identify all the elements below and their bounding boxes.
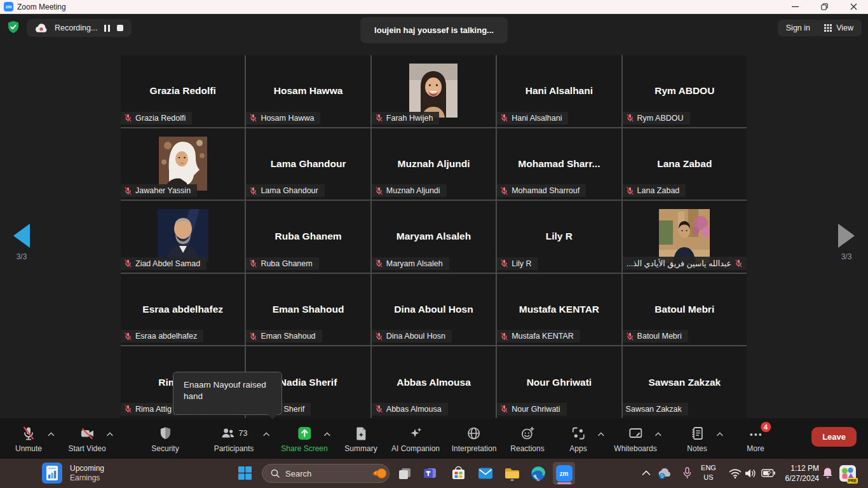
participants-count: 73 (239, 429, 248, 438)
start-video-button[interactable]: Start Video (68, 426, 105, 453)
active-speaker-banner: loujein haj youssef is talking... (360, 17, 508, 43)
participant-tile[interactable]: Hosam Hawwa Hosam Hawwa (246, 55, 370, 127)
participant-tile[interactable]: Lana Zabad Lana Zabad (623, 128, 747, 200)
chevron-up-icon[interactable] (263, 432, 270, 437)
microsoft-store-icon[interactable] (450, 464, 467, 482)
onedrive-sync-icon[interactable] (656, 464, 674, 482)
notes-button[interactable]: Notes (687, 426, 707, 453)
chevron-up-icon[interactable] (597, 432, 604, 437)
close-button[interactable] (839, 0, 868, 13)
chevron-up-icon[interactable] (106, 432, 113, 437)
participant-name-label: Lily R (497, 257, 538, 270)
widget-line1: Upcoming (70, 464, 104, 473)
zoom-app-taskbar-button[interactable]: zm (553, 462, 575, 485)
participant-tile[interactable]: Ziad Abdel Samad (121, 201, 245, 273)
weather-widget[interactable]: Upcoming Earnings (42, 463, 104, 484)
participant-label-text: Mustafa KENTAR (512, 332, 574, 341)
participant-tile[interactable]: Grazia Redolfi Grazia Redolfi (121, 55, 245, 127)
participant-tile[interactable]: عبدالله ياسين فريق الأيادي الذ... (623, 201, 747, 273)
unmute-button[interactable]: Unmute (15, 426, 42, 453)
chevron-up-icon[interactable] (48, 432, 55, 437)
next-page-arrow-icon[interactable] (838, 224, 855, 248)
participants-button[interactable]: 73 Participants (214, 426, 254, 453)
ai-companion-button[interactable]: AI Companion (391, 426, 440, 453)
news-widget-icon (42, 463, 62, 484)
language-switcher[interactable]: ENG US (697, 463, 720, 482)
participant-tile[interactable]: Rym ABDOU Rym ABDOU (623, 55, 747, 127)
participant-tile[interactable]: Mohamad Sharr... Mohamad Sharrouf (497, 128, 621, 200)
toolbar-icon-row (21, 426, 36, 441)
participant-tile[interactable]: Dina Aboul Hosn Dina Aboul Hosn (372, 274, 496, 346)
stop-recording-button[interactable] (117, 25, 123, 31)
start-button[interactable] (238, 466, 252, 482)
participant-tile[interactable]: Lama Ghandour Lama Ghandour (246, 128, 370, 200)
clock[interactable]: 1:12 PM 6/27/2024 (785, 463, 819, 484)
chevron-up-icon[interactable] (654, 432, 661, 437)
participant-tile[interactable]: Mustafa KENTAR Mustafa KENTAR (497, 274, 621, 346)
participant-tile[interactable]: Abbas Almousa Abbas Almousa (372, 346, 496, 418)
grid-view-icon (824, 24, 832, 32)
mail-app-icon[interactable] (477, 464, 494, 482)
participant-tile[interactable]: Farah Hwijeh (372, 55, 496, 127)
participant-name-label: Batoul Mebri (623, 330, 688, 342)
preview-app-icon[interactable]: PRE (839, 464, 856, 482)
toolbar-icon-row (353, 426, 369, 441)
widget-line2: Earnings (70, 473, 104, 483)
participant-tile[interactable]: Maryam Alsaleh Maryam Alsaleh (372, 201, 496, 273)
muted-mic-icon (21, 426, 36, 441)
participant-tile[interactable]: Batoul Mebri Batoul Mebri (623, 274, 747, 346)
participant-label-text: Sawsan Zakzak (626, 405, 682, 414)
security-shield-icon[interactable] (7, 20, 20, 37)
participant-name-label: Abbas Almousa (372, 403, 448, 416)
pause-recording-button[interactable] (104, 25, 110, 32)
participant-tile[interactable]: Hani Alsalhani Hani Alsalhani (497, 55, 621, 127)
edge-browser-icon[interactable] (529, 464, 546, 482)
leave-button[interactable]: Leave (811, 427, 857, 447)
participant-label-text: Lama Ghandour (261, 186, 318, 195)
interpretation-icon (466, 426, 482, 441)
wifi-icon[interactable] (726, 464, 743, 482)
toolbar-item-label: AI Companion (391, 444, 440, 453)
muted-mic-icon (124, 187, 132, 195)
file-explorer-icon[interactable] (503, 464, 520, 482)
security-button[interactable]: Security (151, 426, 179, 453)
toolbar-item-label: Apps (569, 444, 587, 453)
previous-page-control[interactable]: 3/3 (8, 224, 36, 261)
previous-page-arrow-icon[interactable] (13, 224, 30, 248)
next-page-control[interactable]: 3/3 (832, 224, 860, 261)
volume-icon[interactable] (742, 464, 759, 482)
summary-button[interactable]: Summary (344, 426, 377, 453)
minimize-button[interactable] (780, 0, 810, 13)
interpretation-button[interactable]: Interpretation (452, 426, 497, 453)
participant-tile[interactable]: Muznah Aljundi Muznah Aljundi (372, 128, 496, 200)
task-view-button[interactable] (396, 464, 413, 482)
notification-badge: 4 (761, 422, 771, 432)
search-highlight-icon (370, 465, 387, 482)
tray-microphone-icon[interactable] (679, 464, 696, 482)
chevron-up-icon[interactable] (716, 432, 723, 437)
restore-button[interactable] (810, 0, 839, 13)
whiteboards-button[interactable]: Whiteboards (614, 426, 656, 453)
participant-tile[interactable]: Jawaher Yassin (121, 128, 245, 200)
teams-app-icon[interactable] (423, 464, 440, 482)
participant-tile[interactable]: Nour Ghriwati Nour Ghriwati (497, 346, 621, 418)
chevron-up-icon[interactable] (323, 432, 330, 437)
search-box[interactable]: Search (262, 464, 390, 483)
apps-button[interactable]: Apps (569, 426, 587, 453)
battery-icon[interactable] (759, 464, 776, 482)
notifications-bell-icon[interactable] (819, 464, 836, 482)
more-button[interactable]: 4 More (747, 426, 764, 453)
participant-tile[interactable]: Eman Shahoud Eman Shahoud (246, 274, 370, 346)
participant-tile[interactable]: Lily R Lily R (497, 201, 621, 273)
reactions-button[interactable]: Reactions (510, 426, 544, 453)
meeting-window: Recording... loujein haj youssef is talk… (0, 14, 868, 459)
participant-tile[interactable]: Esraa abdelhafez Esraa abdelhafez (121, 274, 245, 346)
share-screen-button[interactable]: Share Screen (281, 426, 327, 453)
participant-tile[interactable]: Ruba Ghanem Ruba Ghanem (246, 201, 370, 273)
view-button[interactable]: View (816, 20, 862, 36)
sign-in-button[interactable]: Sign in (778, 20, 818, 36)
participant-label-text: Hani Alsalhani (512, 114, 562, 123)
tray-chevron-icon[interactable] (637, 464, 654, 482)
participant-tile[interactable]: Sawsan Zakzak Sawsan Zakzak (623, 346, 747, 418)
participant-label-text: Eman Shahoud (261, 332, 315, 341)
